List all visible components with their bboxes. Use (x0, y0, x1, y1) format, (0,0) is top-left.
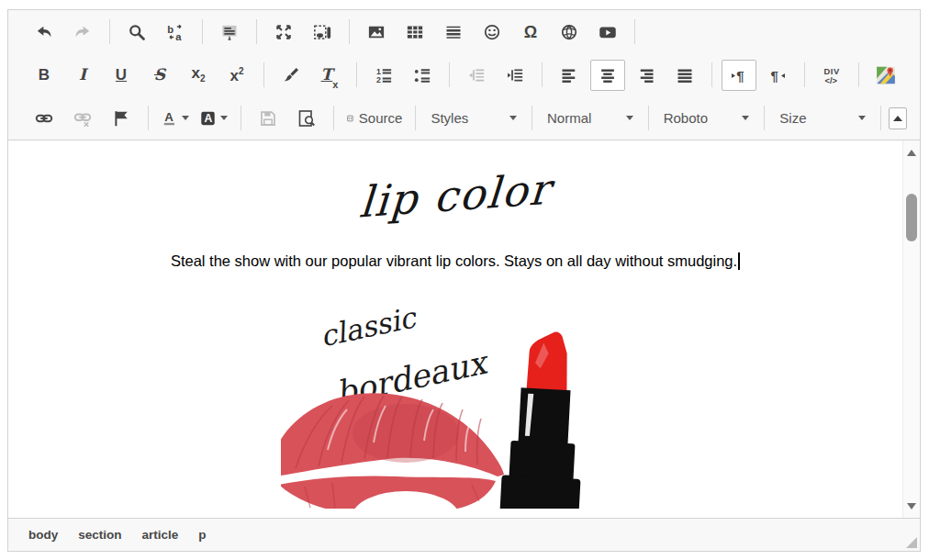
iframe-button[interactable] (552, 17, 587, 48)
anchor-button[interactable] (104, 103, 139, 134)
decrease-indent-button[interactable] (459, 60, 494, 91)
google-maps-button[interactable] (868, 60, 903, 91)
toolbar-separator (858, 62, 859, 87)
svg-text:¶: ¶ (771, 67, 778, 83)
preview-icon (297, 109, 316, 128)
scroll-up-button[interactable] (903, 142, 920, 162)
editable-region[interactable]: lip color Steal the show with our popula… (8, 140, 902, 518)
background-color-button[interactable]: A (196, 103, 231, 134)
undo-icon (35, 23, 53, 41)
smiley-button[interactable] (475, 17, 509, 48)
path-item-p[interactable]: p (198, 528, 206, 542)
toolbar-separator (263, 62, 264, 87)
styles-combo[interactable]: Styles (423, 104, 524, 133)
special-character-button[interactable]: Ω (513, 17, 548, 48)
path-item-article[interactable]: article (142, 528, 179, 542)
table-button[interactable] (397, 17, 432, 48)
editor-content-area: lip color Steal the show with our popula… (8, 140, 920, 518)
svg-text:A: A (164, 110, 173, 124)
select-all-icon (220, 23, 239, 41)
print-preview-button[interactable] (289, 103, 324, 134)
save-icon (259, 109, 277, 128)
font-combo[interactable]: Roboto (656, 104, 757, 133)
lipstick-image[interactable]: classic bordeaux (281, 297, 630, 509)
chevron-up-icon (893, 116, 902, 121)
text-color-button[interactable]: A (158, 103, 193, 134)
copy-formatting-button[interactable] (274, 60, 308, 91)
replace-button[interactable]: b a (158, 17, 193, 48)
horizontal-rule-icon (444, 23, 463, 41)
div-container-icon: DIV </> (822, 65, 842, 85)
outdent-icon (467, 66, 486, 84)
unlink-icon (73, 109, 93, 128)
path-item-section[interactable]: section (78, 528, 121, 542)
div-container-button[interactable]: DIV </> (814, 60, 849, 91)
show-blocks-button[interactable] (305, 17, 340, 48)
justify-button[interactable] (667, 60, 702, 91)
paragraph-text[interactable]: Steal the show with our popular vibrant … (36, 252, 875, 270)
toolbar-separator (241, 106, 241, 130)
paragraph-ltr-icon: ¶ (729, 66, 749, 84)
horizontal-rule-button[interactable] (436, 17, 471, 48)
text-direction-rtl-button[interactable]: ¶ (760, 60, 795, 91)
size-combo-label: Size (779, 110, 806, 126)
scroll-down-button[interactable] (903, 496, 920, 516)
chevron-down-icon (742, 116, 749, 120)
numbered-list-icon: 1 2 (375, 66, 393, 84)
svg-text:a: a (175, 30, 182, 40)
unlink-button[interactable] (65, 103, 100, 134)
resize-handle[interactable] (906, 537, 917, 548)
align-left-button[interactable] (552, 60, 587, 91)
underline-button[interactable]: U (104, 60, 139, 91)
image-button[interactable] (359, 17, 394, 48)
select-all-button[interactable] (212, 17, 247, 48)
chevron-down-icon (182, 116, 189, 120)
save-button[interactable] (251, 103, 285, 134)
align-right-button[interactable] (629, 60, 664, 91)
toolbar-separator (148, 106, 149, 130)
remove-format-button[interactable]: Tx (312, 60, 347, 91)
scrollbar-thumb[interactable] (906, 194, 917, 241)
strikethrough-button[interactable]: S (142, 60, 177, 91)
toolbar-row-3: A A Source Styles (25, 96, 920, 140)
align-center-button[interactable] (590, 60, 625, 91)
numbered-list-button[interactable]: 1 2 (366, 60, 401, 91)
toolbar-separator (764, 106, 765, 130)
collapse-toolbar-button[interactable] (889, 107, 907, 129)
bold-button[interactable]: B (27, 60, 62, 91)
text-direction-ltr-button[interactable]: ¶ (722, 60, 756, 91)
youtube-button[interactable] (590, 17, 625, 48)
svg-text:b: b (167, 23, 173, 34)
path-item-body[interactable]: body (28, 528, 58, 542)
subscript-button[interactable]: x2 (181, 60, 216, 91)
align-center-icon (599, 66, 617, 84)
background-color-icon: A (200, 109, 216, 128)
svg-text:2: 2 (376, 75, 381, 84)
find-button[interactable] (119, 17, 154, 48)
italic-button[interactable]: I (65, 60, 100, 91)
size-combo[interactable]: Size (772, 104, 873, 133)
maximize-icon (274, 23, 293, 41)
toolbar-separator (880, 106, 881, 130)
heading-lip-color[interactable]: lip color (8, 140, 902, 263)
smiley-icon (483, 23, 501, 41)
toolbar-separator (109, 19, 110, 44)
font-combo-label: Roboto (664, 110, 708, 126)
toolbar-row-2: B I U S x2 x2 Tx 1 2 (25, 53, 920, 96)
lips-kiss-print (281, 393, 504, 509)
link-button[interactable] (27, 103, 62, 134)
source-button[interactable]: Source (343, 103, 406, 134)
format-combo[interactable]: Normal (540, 104, 641, 133)
vertical-scrollbar[interactable] (902, 140, 920, 518)
redo-button[interactable] (65, 17, 100, 48)
toolbar-separator (804, 62, 805, 87)
table-icon (406, 23, 424, 41)
superscript-button[interactable]: x2 (219, 60, 254, 91)
bulleted-list-button[interactable] (405, 60, 440, 91)
increase-indent-button[interactable] (498, 60, 532, 91)
undo-button[interactable] (27, 17, 62, 48)
align-left-icon (560, 66, 578, 84)
toolbar-separator (542, 62, 543, 87)
bulleted-list-icon (413, 66, 431, 84)
maximize-button[interactable] (266, 17, 301, 48)
